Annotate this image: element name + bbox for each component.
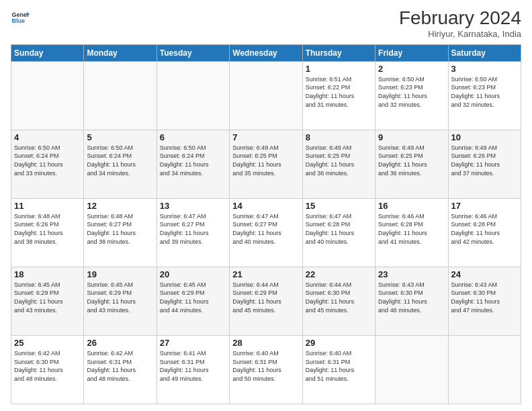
header-wednesday: Wednesday [230,44,302,61]
day-info: Sunrise: 6:49 AMSunset: 6:25 PMDaylight:… [232,144,299,177]
table-row [11,61,84,130]
table-row: 7Sunrise: 6:49 AMSunset: 6:25 PMDaylight… [230,130,302,198]
table-row [375,335,448,404]
day-number: 11 [14,201,81,211]
logo-icon: General Blue [11,8,30,27]
day-info: Sunrise: 6:42 AMSunset: 6:30 PMDaylight:… [14,349,81,383]
table-row: 6Sunrise: 6:50 AMSunset: 6:24 PMDaylight… [157,130,229,198]
page-subtitle: Hiriyur, Karnataka, India [399,29,521,39]
calendar-week-row: 4Sunrise: 6:50 AMSunset: 6:24 PMDaylight… [11,130,521,198]
table-row: 24Sunrise: 6:43 AMSunset: 6:30 PMDayligh… [448,267,521,335]
title-block: February 2024 Hiriyur, Karnataka, India [399,8,521,39]
table-row: 11Sunrise: 6:48 AMSunset: 6:26 PMDayligh… [11,198,84,267]
table-row: 10Sunrise: 6:49 AMSunset: 6:26 PMDayligh… [448,130,521,198]
day-number: 9 [378,132,445,142]
day-number: 14 [232,201,299,211]
day-info: Sunrise: 6:47 AMSunset: 6:27 PMDaylight:… [160,212,226,246]
day-info: Sunrise: 6:50 AMSunset: 6:24 PMDaylight:… [14,144,81,177]
day-info: Sunrise: 6:40 AMSunset: 6:31 PMDaylight:… [306,349,372,383]
day-info: Sunrise: 6:50 AMSunset: 6:23 PMDaylight:… [451,75,518,109]
day-number: 20 [160,269,226,279]
day-info: Sunrise: 6:44 AMSunset: 6:30 PMDaylight:… [306,281,372,314]
table-row: 17Sunrise: 6:46 AMSunset: 6:28 PMDayligh… [448,198,521,267]
day-info: Sunrise: 6:43 AMSunset: 6:30 PMDaylight:… [378,281,445,314]
table-row: 12Sunrise: 6:48 AMSunset: 6:27 PMDayligh… [84,198,157,267]
day-info: Sunrise: 6:50 AMSunset: 6:24 PMDaylight:… [87,144,153,177]
day-info: Sunrise: 6:46 AMSunset: 6:28 PMDaylight:… [451,212,518,246]
logo: General Blue [11,8,30,27]
table-row: 28Sunrise: 6:40 AMSunset: 6:31 PMDayligh… [230,335,302,404]
day-number: 22 [306,269,372,279]
header-tuesday: Tuesday [157,44,229,61]
day-number: 1 [306,64,372,74]
day-info: Sunrise: 6:49 AMSunset: 6:25 PMDaylight:… [378,144,445,177]
day-number: 6 [160,132,226,142]
day-info: Sunrise: 6:41 AMSunset: 6:31 PMDaylight:… [160,349,226,383]
table-row: 1Sunrise: 6:51 AMSunset: 6:22 PMDaylight… [302,61,375,130]
table-row: 22Sunrise: 6:44 AMSunset: 6:30 PMDayligh… [302,267,375,335]
table-row: 20Sunrise: 6:45 AMSunset: 6:29 PMDayligh… [157,267,229,335]
table-row: 2Sunrise: 6:50 AMSunset: 6:23 PMDaylight… [375,61,448,130]
table-row: 9Sunrise: 6:49 AMSunset: 6:25 PMDaylight… [375,130,448,198]
day-info: Sunrise: 6:42 AMSunset: 6:31 PMDaylight:… [87,349,153,383]
day-info: Sunrise: 6:45 AMSunset: 6:29 PMDaylight:… [87,281,153,314]
header: General Blue February 2024 Hiriyur, Karn… [11,8,521,39]
table-row: 18Sunrise: 6:45 AMSunset: 6:29 PMDayligh… [11,267,84,335]
calendar-header-row: Sunday Monday Tuesday Wednesday Thursday… [11,44,521,61]
table-row: 3Sunrise: 6:50 AMSunset: 6:23 PMDaylight… [448,61,521,130]
calendar-week-row: 1Sunrise: 6:51 AMSunset: 6:22 PMDaylight… [11,61,521,130]
day-number: 10 [451,132,518,142]
day-info: Sunrise: 6:50 AMSunset: 6:23 PMDaylight:… [378,75,445,109]
day-info: Sunrise: 6:49 AMSunset: 6:25 PMDaylight:… [306,144,372,177]
table-row: 29Sunrise: 6:40 AMSunset: 6:31 PMDayligh… [302,335,375,404]
table-row: 26Sunrise: 6:42 AMSunset: 6:31 PMDayligh… [84,335,157,404]
day-number: 26 [87,338,153,348]
day-info: Sunrise: 6:50 AMSunset: 6:24 PMDaylight:… [160,144,226,177]
day-number: 27 [160,338,226,348]
table-row: 13Sunrise: 6:47 AMSunset: 6:27 PMDayligh… [157,198,229,267]
calendar-week-row: 25Sunrise: 6:42 AMSunset: 6:30 PMDayligh… [11,335,521,404]
table-row: 19Sunrise: 6:45 AMSunset: 6:29 PMDayligh… [84,267,157,335]
day-info: Sunrise: 6:43 AMSunset: 6:30 PMDaylight:… [451,281,518,314]
table-row: 23Sunrise: 6:43 AMSunset: 6:30 PMDayligh… [375,267,448,335]
day-info: Sunrise: 6:51 AMSunset: 6:22 PMDaylight:… [306,75,372,109]
svg-text:Blue: Blue [11,17,25,24]
table-row: 27Sunrise: 6:41 AMSunset: 6:31 PMDayligh… [157,335,229,404]
day-number: 16 [378,201,445,211]
table-row: 5Sunrise: 6:50 AMSunset: 6:24 PMDaylight… [84,130,157,198]
page: General Blue February 2024 Hiriyur, Karn… [0,0,532,411]
day-info: Sunrise: 6:45 AMSunset: 6:29 PMDaylight:… [160,281,226,314]
day-number: 28 [232,338,299,348]
day-number: 19 [87,269,153,279]
day-number: 13 [160,201,226,211]
table-row [448,335,521,404]
header-friday: Friday [375,44,448,61]
day-number: 25 [14,338,81,348]
table-row: 21Sunrise: 6:44 AMSunset: 6:29 PMDayligh… [230,267,302,335]
day-info: Sunrise: 6:47 AMSunset: 6:28 PMDaylight:… [306,212,372,246]
day-number: 15 [306,201,372,211]
day-number: 12 [87,201,153,211]
day-number: 3 [451,64,518,74]
table-row [230,61,302,130]
day-info: Sunrise: 6:44 AMSunset: 6:29 PMDaylight:… [232,281,299,314]
header-sunday: Sunday [11,44,84,61]
table-row: 14Sunrise: 6:47 AMSunset: 6:27 PMDayligh… [230,198,302,267]
day-info: Sunrise: 6:47 AMSunset: 6:27 PMDaylight:… [232,212,299,246]
calendar-week-row: 11Sunrise: 6:48 AMSunset: 6:26 PMDayligh… [11,198,521,267]
day-info: Sunrise: 6:48 AMSunset: 6:27 PMDaylight:… [87,212,153,246]
day-number: 29 [306,338,372,348]
table-row: 25Sunrise: 6:42 AMSunset: 6:30 PMDayligh… [11,335,84,404]
day-number: 18 [14,269,81,279]
header-monday: Monday [84,44,157,61]
page-title: February 2024 [399,8,521,29]
table-row: 4Sunrise: 6:50 AMSunset: 6:24 PMDaylight… [11,130,84,198]
table-row: 8Sunrise: 6:49 AMSunset: 6:25 PMDaylight… [302,130,375,198]
day-info: Sunrise: 6:49 AMSunset: 6:26 PMDaylight:… [451,144,518,177]
table-row: 16Sunrise: 6:46 AMSunset: 6:28 PMDayligh… [375,198,448,267]
table-row [84,61,157,130]
day-info: Sunrise: 6:48 AMSunset: 6:26 PMDaylight:… [14,212,81,246]
day-number: 8 [306,132,372,142]
day-number: 24 [451,269,518,279]
day-number: 2 [378,64,445,74]
